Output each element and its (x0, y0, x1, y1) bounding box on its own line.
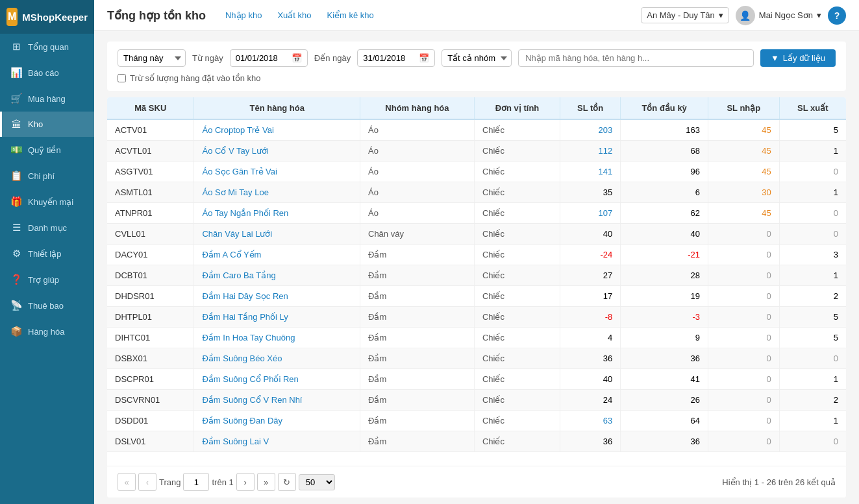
sidebar-label-danh-muc: Danh mục (28, 223, 67, 233)
sidebar-label-thiet-lap: Thiết lập (28, 249, 61, 259)
nav-kiem-ke-kho[interactable]: Kiểm kê kho (327, 8, 373, 23)
cell-product-name[interactable]: Áo Tay Ngắn Phối Ren (194, 203, 360, 224)
cell-product-name[interactable]: Đầm Hai Tầng Phối Ly (194, 307, 360, 328)
cell-product-name[interactable]: Đầm In Hoa Tay Chuông (194, 328, 360, 348)
sidebar-item-tro-giup[interactable]: ❓ Trợ giúp (0, 267, 94, 293)
sidebar-icon-bao-cao: 📊 (10, 67, 23, 78)
cell-sku: DSLV01 (107, 431, 194, 452)
prev-page-btn[interactable]: ‹ (138, 473, 156, 491)
store-dropdown-icon: ▾ (719, 10, 723, 20)
cell-ton-dau-ky: 163 (621, 119, 708, 141)
help-button[interactable]: ? (828, 6, 846, 25)
cell-sl-ton: 36 (560, 431, 621, 452)
total-pages-label: trên 1 (212, 477, 233, 487)
cell-product-name[interactable]: Áo Sơ Mi Tay Loe (194, 182, 360, 203)
store-selector[interactable]: An Mây - Duy Tân ▾ (641, 7, 729, 23)
fetch-data-button[interactable]: ▼ Lấy dữ liệu (760, 49, 836, 67)
cell-sku: ASMTL01 (107, 182, 194, 203)
sidebar-item-thiet-lap[interactable]: ⚙ Thiết lập (0, 241, 94, 267)
cell-product-name[interactable]: Đầm Suông Béo Xéo (194, 348, 360, 369)
col-sl-ton: SL tồn (560, 97, 621, 119)
cell-sl-ton: 35 (560, 182, 621, 203)
sidebar-item-mua-hang[interactable]: 🛒 Mua hàng (0, 86, 94, 112)
to-date-field[interactable]: 📅 (357, 49, 435, 67)
sidebar-label-kho: Kho (28, 119, 43, 129)
table-row: DCBT01 Đầm Caro Ba Tầng Đầm Chiếc 27 28 … (107, 265, 846, 286)
cell-product-name[interactable]: Đầm Suông Cổ Phối Ren (194, 369, 360, 390)
page-size-select[interactable]: 50 100 200 (299, 474, 335, 490)
cell-unit: Chiếc (474, 245, 560, 265)
sidebar-item-thue-bao[interactable]: 📡 Thuê bao (0, 293, 94, 318)
cell-sl-xuat: 1 (779, 411, 846, 431)
table-row: ASMTL01 Áo Sơ Mi Tay Loe Áo Chiếc 35 6 3… (107, 182, 846, 203)
cell-sl-nhap: 45 (708, 119, 780, 141)
cell-sl-ton: 24 (560, 390, 621, 411)
col-ton-dau-ky: Tồn đầu kỳ (621, 97, 708, 119)
to-date-input[interactable] (363, 53, 415, 63)
sidebar-item-khuyen-mai[interactable]: 🎁 Khuyến mại (0, 189, 94, 215)
page-title: Tổng hợp tồn kho (107, 8, 206, 23)
cell-product-name[interactable]: Áo Cổ V Tay Lưới (194, 141, 360, 162)
cell-sl-ton: 17 (560, 286, 621, 307)
cell-ton-dau-ky: 6 (621, 182, 708, 203)
sidebar-icon-danh-muc: ☰ (10, 222, 23, 234)
cell-product-name[interactable]: Đầm A Cổ Yếm (194, 245, 360, 265)
sidebar-item-quy-tien[interactable]: 💵 Quỹ tiền (0, 137, 94, 163)
period-select[interactable]: Tháng này Tuần này Hôm nay Tháng trước T… (118, 49, 186, 67)
col-group: Nhóm hàng hóa (360, 97, 475, 119)
table-row: CVLL01 Chân Váy Lai Lưới Chân váy Chiếc … (107, 224, 846, 245)
subtract-checkbox-label[interactable]: Trừ số lượng hàng đặt vào tồn kho (118, 73, 260, 83)
cell-sku: ASGTV01 (107, 162, 194, 182)
cell-sl-xuat: 5 (779, 328, 846, 348)
nav-xuat-kho[interactable]: Xuất kho (277, 8, 311, 23)
inventory-table: Mã SKU Tên hàng hóa Nhóm hàng hóa Đơn vị… (107, 97, 846, 452)
col-sl-nhap: SL nhập (708, 97, 780, 119)
cell-ton-dau-ky: -21 (621, 245, 708, 265)
from-date-field[interactable]: 📅 (230, 49, 308, 67)
sidebar-item-chi-phi[interactable]: 📋 Chi phí (0, 163, 94, 189)
user-name: Mai Ngọc Sơn (759, 10, 813, 20)
last-page-btn[interactable]: » (257, 473, 275, 491)
sidebar-label-quy-tien: Quỹ tiền (28, 145, 61, 155)
cell-sku: ACTV01 (107, 119, 194, 141)
cell-sl-ton: 40 (560, 224, 621, 245)
cell-product-name[interactable]: Chân Váy Lai Lưới (194, 224, 360, 245)
cell-product-name[interactable]: Đầm Suông Cổ V Ren Nhí (194, 390, 360, 411)
first-page-btn[interactable]: « (118, 473, 136, 491)
sidebar-item-kho[interactable]: 🏛 Kho (0, 112, 94, 137)
cell-product-name[interactable]: Đầm Suông Đan Dây (194, 411, 360, 431)
sidebar-logo[interactable]: M MShopKeeper (0, 0, 94, 34)
cell-product-name[interactable]: Áo Croptop Trẻ Vai (194, 119, 360, 141)
cell-product-name[interactable]: Áo Sọc Gân Trẻ Vai (194, 162, 360, 182)
page-number-input[interactable] (183, 473, 209, 491)
sidebar-item-bao-cao[interactable]: 📊 Báo cáo (0, 60, 94, 86)
sidebar-item-tong-quan[interactable]: ⊞ Tổng quan (0, 34, 94, 60)
search-input[interactable] (518, 49, 754, 67)
user-selector[interactable]: 👤 Mai Ngọc Sơn ▾ (736, 6, 821, 25)
logo-icon: M (6, 8, 18, 26)
cell-sl-ton: 112 (560, 141, 621, 162)
group-select[interactable]: Tất cả nhóm Áo Chân váy Đầm (442, 49, 512, 67)
cell-sl-nhap: 0 (708, 431, 780, 452)
table-row: DSDD01 Đầm Suông Đan Dây Đầm Chiếc 63 64… (107, 411, 846, 431)
subtract-checkbox[interactable] (118, 74, 126, 82)
cell-product-name[interactable]: Đầm Caro Ba Tầng (194, 265, 360, 286)
filter-icon: ▼ (771, 53, 779, 63)
refresh-btn[interactable]: ↻ (278, 473, 296, 491)
cell-product-name[interactable]: Đầm Suông Lai V (194, 431, 360, 452)
next-page-btn[interactable]: › (236, 473, 255, 491)
from-date-label: Từ ngày (192, 53, 223, 63)
cell-ton-dau-ky: 62 (621, 203, 708, 224)
from-date-input[interactable] (236, 53, 288, 63)
sidebar-item-danh-muc[interactable]: ☰ Danh mục (0, 215, 94, 241)
nav-nhap-kho[interactable]: Nhập kho (225, 8, 262, 23)
cell-group: Đầm (360, 411, 475, 431)
cell-sl-xuat: 2 (779, 286, 846, 307)
app-name: MShopKeeper (22, 12, 88, 23)
cell-sku: DSDD01 (107, 411, 194, 431)
sidebar-icon-mua-hang: 🛒 (10, 93, 23, 104)
cell-sku: DHDSR01 (107, 286, 194, 307)
cell-product-name[interactable]: Đầm Hai Dây Sọc Ren (194, 286, 360, 307)
cell-ton-dau-ky: 96 (621, 162, 708, 182)
sidebar-item-hang-hoa[interactable]: 📦 Hàng hóa (0, 318, 94, 344)
